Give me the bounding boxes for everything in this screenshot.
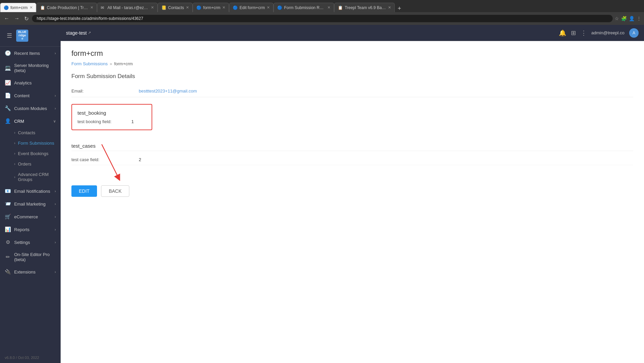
tab-contacts[interactable]: 📒 Contacts ✕ bbox=[158, 3, 193, 12]
tab-close-button[interactable]: ✕ bbox=[30, 5, 33, 10]
sidebar-item-email-notifications[interactable]: 📧 Email Notifications › bbox=[0, 185, 61, 197]
tab-edit-form-crm[interactable]: 🔵 Edit form+crm ✕ bbox=[229, 3, 273, 12]
tab-favicon: 📋 bbox=[40, 5, 45, 10]
external-link-icon: ↗ bbox=[88, 31, 91, 35]
apps-icon[interactable]: ⋮ bbox=[581, 29, 587, 37]
custom-modules-icon: 🔧 bbox=[5, 105, 11, 111]
sidebar-item-crm[interactable]: 👤 CRM ∨ bbox=[0, 115, 61, 128]
tab-close-button[interactable]: ✕ bbox=[388, 5, 391, 10]
test-booking-title: test_booking bbox=[77, 110, 146, 116]
chevron-right-icon: › bbox=[14, 141, 15, 145]
chevron-right-icon: › bbox=[14, 175, 15, 179]
test-cases-title: test_cases bbox=[71, 143, 633, 151]
tab-treepl-backlog[interactable]: 📋 Treepl Team v6.9 Backlog ✕ bbox=[334, 3, 395, 12]
chevron-right-icon: › bbox=[55, 227, 56, 231]
sidebar-sub-item-form-submissions[interactable]: › Form Submissions bbox=[0, 138, 61, 148]
tab-label: All Mail - taras.r@ez-bc... bbox=[107, 5, 149, 10]
forward-nav-button[interactable]: → bbox=[13, 15, 21, 22]
annotation-container: test_booking test booking field: 1 bbox=[71, 97, 152, 134]
test-booking-card: test_booking test booking field: 1 bbox=[71, 104, 152, 130]
user-avatar[interactable]: A bbox=[629, 28, 639, 38]
edit-button[interactable]: EDIT bbox=[71, 185, 97, 197]
sidebar-sub-item-event-bookings[interactable]: › Event Bookings bbox=[0, 148, 61, 159]
tab-close-button[interactable]: ✕ bbox=[327, 5, 330, 10]
sidebar-item-label: Email Marketing bbox=[14, 202, 45, 207]
chevron-right-icon: › bbox=[55, 106, 56, 110]
chevron-down-icon: ∨ bbox=[53, 119, 56, 123]
content-icon: 📄 bbox=[5, 93, 11, 99]
tab-close-button[interactable]: ✕ bbox=[151, 5, 154, 10]
extensions-icon[interactable]: 🧩 bbox=[621, 16, 627, 21]
tab-trello[interactable]: 📋 Code Production | Trello ✕ bbox=[36, 3, 97, 12]
tab-favicon: 🔵 bbox=[196, 5, 201, 10]
sidebar-sub-item-label: Advanced CRM Groups bbox=[18, 172, 56, 182]
address-bar-input[interactable] bbox=[32, 15, 613, 22]
sidebar-item-extensions[interactable]: 🔌 Extensions › bbox=[0, 265, 61, 278]
sidebar-item-label: CRM bbox=[14, 119, 24, 124]
back-button[interactable]: BACK bbox=[101, 185, 129, 197]
site-name-text: stage-test bbox=[66, 30, 87, 36]
sidebar-item-ecommerce[interactable]: 🛒 eCommerce › bbox=[0, 210, 61, 223]
main-wrapper: stage-test ↗ 🔔 ⊞ ⋮ admin@treepl.co A for… bbox=[61, 25, 644, 363]
sidebar-item-onsite-editor[interactable]: ✏ On-Site Editor Pro (beta) bbox=[0, 249, 61, 265]
breadcrumb-form-submissions[interactable]: Form Submissions bbox=[71, 61, 108, 66]
tab-label: Form Submission Results bbox=[284, 5, 325, 10]
chevron-right-icon: › bbox=[55, 270, 56, 274]
sidebar-sub-item-orders[interactable]: › Orders bbox=[0, 159, 61, 169]
tab-close-button[interactable]: ✕ bbox=[90, 5, 93, 10]
tab-bar: 🔵 form+crm ✕ 📋 Code Production | Trello … bbox=[0, 0, 644, 12]
tab-mail[interactable]: ✉ All Mail - taras.r@ez-bc... ✕ bbox=[97, 3, 158, 12]
test-cases-field-label: test case field: bbox=[71, 157, 139, 162]
reload-button[interactable]: ↻ bbox=[23, 15, 30, 23]
chevron-right-icon: › bbox=[14, 162, 15, 166]
sidebar-item-reports[interactable]: 📊 Reports › bbox=[0, 223, 61, 236]
tab-close-button[interactable]: ✕ bbox=[186, 5, 189, 10]
sidebar-item-analytics[interactable]: 📈 Analytics bbox=[0, 76, 61, 89]
tab-form-crm-2[interactable]: 🔵 form+crm ✕ bbox=[193, 3, 229, 12]
chevron-right-icon: › bbox=[14, 152, 15, 155]
header-icons: 🔔 ⊞ ⋮ admin@treepl.co A bbox=[559, 28, 639, 38]
site-name: stage-test ↗ bbox=[66, 30, 91, 36]
address-bar-row: ← → ↻ ☆ 🧩 👤 ⋮ bbox=[0, 12, 644, 25]
sidebar-item-custom-modules[interactable]: 🔧 Custom Modules › bbox=[0, 102, 61, 115]
test-cases-field-value: 2 bbox=[139, 157, 141, 162]
chevron-right-icon: › bbox=[55, 94, 56, 98]
sidebar-item-server[interactable]: 💻 Server Monitoring (beta) bbox=[0, 60, 61, 76]
email-marketing-icon: 📨 bbox=[5, 201, 11, 207]
profile-icon[interactable]: 👤 bbox=[629, 16, 635, 21]
new-tab-button[interactable]: + bbox=[395, 5, 404, 12]
bookmark-icon[interactable]: ☆ bbox=[615, 16, 619, 21]
bell-icon[interactable]: 🔔 bbox=[559, 29, 566, 37]
sidebar-sub-item-advanced-crm[interactable]: › Advanced CRM Groups bbox=[0, 169, 61, 185]
address-bar-icons: ☆ 🧩 👤 ⋮ bbox=[615, 16, 641, 21]
breadcrumb-separator: » bbox=[110, 61, 112, 66]
back-nav-button[interactable]: ← bbox=[3, 15, 11, 22]
sidebar-item-recent[interactable]: 🕐 Recent Items › bbox=[0, 47, 61, 60]
tab-form-submission-results[interactable]: 🔵 Form Submission Results ✕ bbox=[273, 3, 334, 12]
tab-close-button[interactable]: ✕ bbox=[222, 5, 225, 10]
sidebar-menu-button[interactable]: ☰ bbox=[5, 31, 13, 41]
sidebar-sub-item-label: Event Bookings bbox=[18, 151, 48, 156]
layout-icon[interactable]: ⊞ bbox=[571, 29, 576, 37]
tab-close-button[interactable]: ✕ bbox=[267, 5, 270, 10]
sidebar-item-settings[interactable]: ⚙ Settings › bbox=[0, 236, 61, 249]
test-cases-row: test case field: 2 bbox=[71, 154, 633, 165]
tab-label: form+crm bbox=[203, 5, 220, 10]
test-booking-field-value: 1 bbox=[131, 119, 134, 124]
sidebar-sub-item-contacts[interactable]: › Contacts bbox=[0, 128, 61, 138]
tab-form-crm-active[interactable]: 🔵 form+crm ✕ bbox=[0, 3, 36, 12]
sidebar-item-email-marketing[interactable]: 📨 Email Marketing › bbox=[0, 197, 61, 210]
sidebar-item-label: Email Notifications bbox=[14, 189, 50, 194]
test-cases-section: test_cases test case field: 2 bbox=[71, 143, 633, 165]
sidebar-item-label: eCommerce bbox=[14, 214, 38, 219]
menu-icon[interactable]: ⋮ bbox=[637, 16, 641, 21]
sidebar-item-label: Reports bbox=[14, 227, 30, 232]
sidebar-item-label: Content bbox=[14, 93, 30, 98]
extensions-icon: 🔌 bbox=[5, 269, 11, 275]
browser-chrome: 🔵 form+crm ✕ 📋 Code Production | Trello … bbox=[0, 0, 644, 25]
chevron-right-icon: › bbox=[55, 240, 56, 244]
sidebar-item-content[interactable]: 📄 Content › bbox=[0, 89, 61, 102]
chevron-right-icon: › bbox=[55, 189, 56, 193]
tab-favicon: 🔵 bbox=[233, 5, 237, 10]
email-value: bestttest2023+11@gmail.com bbox=[139, 88, 197, 94]
